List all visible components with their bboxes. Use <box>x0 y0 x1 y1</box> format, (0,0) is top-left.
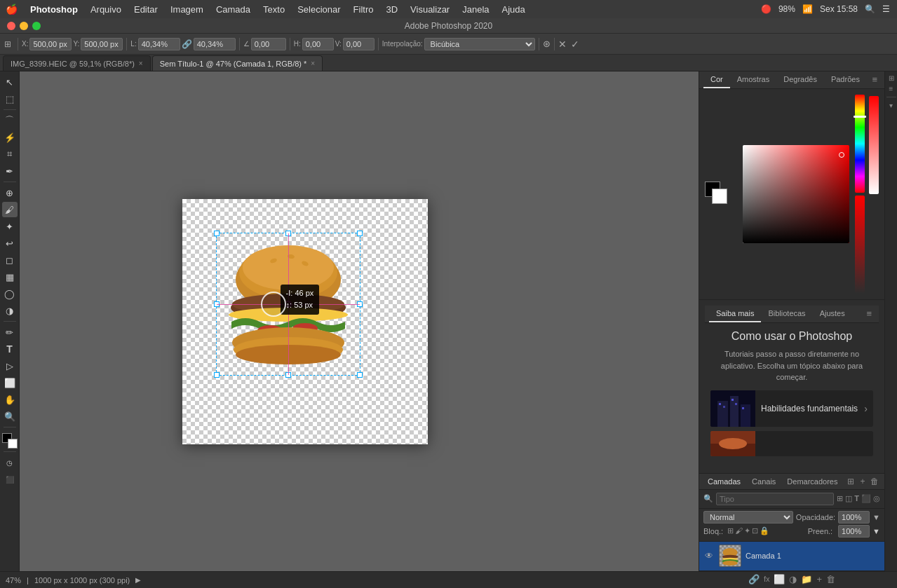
delete-layer-btn[interactable]: 🗑 <box>826 574 835 584</box>
background-color[interactable] <box>8 439 18 449</box>
shape-tool[interactable]: ⬜ <box>2 375 18 390</box>
close-tab-sem-titulo[interactable]: × <box>311 60 315 67</box>
close-tab-img8399[interactable]: × <box>139 60 143 67</box>
adjustment-layer-icon[interactable]: ◑ <box>789 574 797 584</box>
mini-tool-1[interactable]: ⊞ <box>886 74 897 82</box>
menu-ajuda[interactable]: Ajuda <box>497 3 531 16</box>
tab-cor[interactable]: Cor <box>703 71 730 88</box>
blur-tool[interactable]: ◯ <box>2 286 18 301</box>
brush-tool[interactable]: 🖌 <box>2 202 18 217</box>
w-input[interactable] <box>138 38 180 50</box>
tab-ajustes[interactable]: Ajustes <box>813 306 852 322</box>
status-arrow[interactable]: ▶ <box>135 576 141 584</box>
filter-text-icon[interactable]: T <box>854 494 859 503</box>
tab-camadas[interactable]: Camadas <box>702 474 746 489</box>
interpolation-select[interactable]: Bicúbica Bilinear Pelo vizinho mais próx… <box>424 38 535 50</box>
lock-artboard-icon[interactable]: ⊡ <box>752 526 758 535</box>
lasso-tool[interactable]: ⌒ <box>2 113 18 128</box>
y-input[interactable] <box>81 38 123 50</box>
h-input[interactable] <box>194 38 236 50</box>
filter-pixel-icon[interactable]: ⊞ <box>837 494 843 503</box>
fill-input[interactable] <box>838 525 870 538</box>
filter-adjust-icon[interactable]: ◫ <box>845 494 852 503</box>
control-center-icon[interactable]: ☰ <box>882 4 890 14</box>
path-select-tool[interactable]: ▷ <box>2 358 18 374</box>
menu-texto[interactable]: Texto <box>257 3 290 16</box>
tab-demarcadores[interactable]: Demarcadores <box>781 474 843 489</box>
confirm-transform-icon[interactable]: ✓ <box>571 39 579 50</box>
new-group-btn[interactable]: 📁 <box>801 574 812 584</box>
v-skew-input[interactable] <box>343 38 375 50</box>
screen-mode-tool[interactable]: ⬛ <box>2 472 18 487</box>
minimize-button[interactable] <box>20 22 28 30</box>
apple-menu-icon[interactable]: 🍎 <box>6 4 18 15</box>
tab-sem-titulo[interactable]: Sem Título-1 @ 47% (Camada 1, RGB/8) * × <box>152 55 323 71</box>
menu-editar[interactable]: Editar <box>128 3 163 16</box>
fullscreen-button[interactable] <box>32 22 41 30</box>
menu-selecionar[interactable]: Selecionar <box>292 3 346 16</box>
angle-input[interactable] <box>251 38 286 50</box>
menu-app-name[interactable]: Photoshop <box>25 3 83 16</box>
tab-img8399[interactable]: IMG_8399.HEIC @ 59,1% (RGB/8*) × <box>3 55 151 71</box>
move-tool[interactable]: ↖ <box>2 74 18 90</box>
x-input[interactable] <box>29 38 72 50</box>
learn-panel-menu-icon[interactable]: ≡ <box>863 306 875 322</box>
crop-tool[interactable]: ⌗ <box>2 146 18 162</box>
healing-tool[interactable]: ⊕ <box>2 185 18 200</box>
h-skew-input[interactable] <box>302 38 334 50</box>
zoom-tool[interactable]: 🔍 <box>2 409 18 424</box>
layer-visibility-icon[interactable]: 👁 <box>703 551 715 561</box>
type-tool[interactable]: T <box>2 341 18 357</box>
lock-paint-icon[interactable]: 🖌 <box>735 526 743 535</box>
pen-tool[interactable]: ✏ <box>2 324 18 340</box>
tab-padroes[interactable]: Padrões <box>824 71 867 88</box>
fg-bg-color-boxes[interactable] <box>705 182 736 207</box>
menu-janela[interactable]: Janela <box>457 3 494 16</box>
filter-shape-icon[interactable]: ⬛ <box>861 494 871 503</box>
layers-search-input[interactable] <box>716 493 834 505</box>
alpha-strip[interactable] <box>855 196 865 294</box>
search-icon[interactable]: 🔍 <box>865 4 875 14</box>
delete-layer-icon[interactable]: 🗑 <box>869 475 880 488</box>
link-layers-icon[interactable]: 🔗 <box>748 574 760 584</box>
tutorial-card-fundamentals[interactable]: Habilidades fundamentais › <box>710 390 873 427</box>
color-panel-menu-icon[interactable]: ≡ <box>869 71 880 88</box>
menu-visualizar[interactable]: Visualizar <box>405 3 455 16</box>
color-boxes[interactable] <box>2 433 18 449</box>
layer-effects-icon[interactable]: fx <box>764 575 770 583</box>
lock-all-icon[interactable]: 🔒 <box>760 526 769 535</box>
warp-icon[interactable]: ⊛ <box>543 39 551 49</box>
opacity-input[interactable] <box>838 511 870 524</box>
opacity-arrow[interactable]: ▼ <box>872 513 880 521</box>
lock-position-icon[interactable]: ✦ <box>744 526 750 535</box>
fill-arrow[interactable]: ▼ <box>872 527 880 535</box>
close-button[interactable] <box>7 22 15 30</box>
marquee-tool[interactable]: ⬚ <box>2 91 18 107</box>
layer-mask-icon[interactable]: ⬜ <box>774 574 785 584</box>
blend-mode-select[interactable]: Normal Dissolver Escurecer Multiplicar C… <box>703 511 793 524</box>
canvas-area[interactable]: -I: 46 px ↕: 53 px <box>20 71 699 571</box>
color-vertical-strip[interactable] <box>869 96 879 194</box>
hand-tool[interactable]: ✋ <box>2 392 18 407</box>
tutorial-card-2[interactable] <box>710 431 873 456</box>
history-brush-tool[interactable]: ↩ <box>2 235 18 251</box>
mini-tool-3[interactable]: ▾ <box>886 102 897 109</box>
new-group-icon[interactable]: ⊞ <box>846 475 856 488</box>
eraser-tool[interactable]: ◻ <box>2 252 18 268</box>
chain-icon[interactable]: 🔗 <box>182 39 192 49</box>
menu-imagem[interactable]: Imagem <box>165 3 209 16</box>
eyedropper-tool[interactable]: ✒ <box>2 163 18 179</box>
quick-mask-tool[interactable]: ◷ <box>2 455 18 470</box>
cancel-transform-icon[interactable]: ✕ <box>558 39 567 50</box>
filter-smartobj-icon[interactable]: ◎ <box>873 494 880 503</box>
menu-arquivo[interactable]: Arquivo <box>85 3 127 16</box>
tab-bibliotecas[interactable]: Bibliotecas <box>761 306 812 322</box>
dodge-tool[interactable]: ◑ <box>2 303 18 318</box>
menu-filtro[interactable]: Filtro <box>348 3 379 16</box>
lock-pixels-icon[interactable]: ⊞ <box>727 526 734 535</box>
tab-degrades[interactable]: Degradês <box>776 71 824 88</box>
hue-strip[interactable] <box>855 95 865 193</box>
new-layer-icon[interactable]: + <box>858 475 866 488</box>
gradient-tool[interactable]: ▦ <box>2 269 18 285</box>
menu-3d[interactable]: 3D <box>380 3 403 16</box>
